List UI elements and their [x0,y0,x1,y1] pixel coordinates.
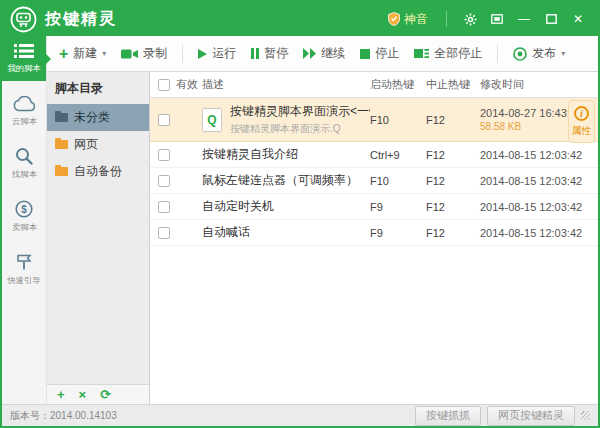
start-hotkey: F10 [370,175,426,187]
svg-text:$: $ [21,204,27,215]
fast-forward-icon [303,48,316,59]
user-account-badge[interactable]: 神音 [388,11,428,28]
modified-time: 2014-08-15 12:03:42 [480,149,598,161]
record-button[interactable]: 录制 [121,45,167,62]
toolbar: + 新建 ▾ 录制 运行 暂停 [47,36,598,72]
titlebar-separator [446,11,447,27]
sidebar-item-label: 云脚本 [12,116,37,128]
stop-icon [360,49,370,59]
refresh-button[interactable]: ⟳ [100,388,111,401]
modified-time: 2014-08-15 12:03:42 [480,201,598,213]
search-icon [15,147,33,165]
publish-button[interactable]: 发布 ▾ [513,45,565,62]
web-anjian-button[interactable]: 网页按键精灵 [487,406,575,426]
content-area: 脚本目录 未分类 网页 自动备份 + × [47,72,598,404]
chevron-down-icon: ▾ [102,49,106,58]
sidebar-item-label: 我的脚本 [7,63,40,75]
run-button[interactable]: 运行 [198,45,236,62]
sidebar-item-find-scripts[interactable]: 找脚本 [2,140,46,187]
script-filename: 按键精灵脚本界面演示.Q [230,122,370,136]
directory-item-uncategorized[interactable]: 未分类 [47,104,149,131]
header-abort-hotkey: 中止热键 [426,77,480,92]
table-row[interactable]: Q 按键精灵脚本界面演示<一键启动> 按键精灵脚本界面演示.Q F10 F12 … [150,98,598,142]
directory-title: 脚本目录 [47,72,149,104]
abort-hotkey: F12 [426,114,480,126]
signpost-icon [15,253,33,271]
row-checkbox[interactable] [158,175,170,187]
row-checkbox[interactable] [158,149,170,161]
select-all-checkbox[interactable] [158,79,170,91]
dollar-icon: $ [15,200,33,218]
script-title: 按键精灵脚本界面演示<一键启动> [230,103,370,120]
camera-record-icon [121,48,138,60]
pause-button[interactable]: 暂停 [251,45,288,62]
script-title: 按键精灵自我介绍 [202,146,298,163]
properties-label: 属性 [572,124,592,138]
app-window: 按键精灵 神音 [0,0,600,428]
user-name: 神音 [404,11,428,28]
sidebar-item-my-scripts[interactable]: 我的脚本 [2,36,46,81]
script-title: 自动喊话 [202,224,250,241]
version-label: 版本号：2014.00.14103 [10,409,117,423]
start-hotkey: F9 [370,227,426,239]
row-checkbox[interactable] [158,201,170,213]
shield-icon [388,12,400,26]
abort-hotkey: F12 [426,227,480,239]
sidebar-item-label: 快速引导 [7,275,40,287]
stop-all-icon [414,48,429,59]
sidebar-item-sell-scripts[interactable]: $ 卖脚本 [2,193,46,240]
stop-all-button[interactable]: 全部停止 [414,45,482,62]
toolbar-separator [182,45,183,63]
sidebar-item-label: 卖脚本 [12,222,37,234]
start-hotkey: Ctrl+9 [370,149,426,161]
row-checkbox[interactable] [158,114,170,126]
skin-box-icon[interactable] [485,8,509,30]
resume-button[interactable]: 继续 [303,45,345,62]
table-row[interactable]: 自动定时关机 F9 F12 2014-08-15 12:03:42 [150,194,598,220]
folder-icon [55,167,68,176]
script-title: 自动定时关机 [202,198,274,215]
row-checkbox[interactable] [158,227,170,239]
q-script-file-icon: Q [202,108,222,132]
close-button[interactable]: ✕ [566,8,590,30]
directory-item-web[interactable]: 网页 [47,131,149,158]
play-icon [198,49,207,59]
abort-hotkey: F12 [426,149,480,161]
table-row[interactable]: 按键精灵自我介绍 Ctrl+9 F12 2014-08-15 12:03:42 [150,142,598,168]
minimize-button[interactable]: — [512,8,536,30]
anjian-zhuazhua-button[interactable]: 按键抓抓 [415,406,481,426]
app-title: 按键精灵 [45,9,117,30]
abort-hotkey: F12 [426,175,480,187]
sidebar-item-quick-guide[interactable]: 快速引导 [2,246,46,293]
script-list-icon [14,43,34,59]
sidebar-item-cloud-scripts[interactable]: 云脚本 [2,89,46,134]
new-script-button[interactable]: + 新建 ▾ [59,45,106,62]
directory-item-autobackup[interactable]: 自动备份 [47,158,149,185]
start-hotkey: F10 [370,114,426,126]
main-column: + 新建 ▾ 录制 运行 暂停 [47,36,598,404]
abort-hotkey: F12 [426,201,480,213]
title-bar: 按键精灵 神音 [2,2,598,36]
header-valid: 有效 [176,77,198,92]
cloud-icon [13,96,35,112]
modified-time: 2014-08-15 12:03:42 [480,175,598,187]
maximize-button[interactable] [539,8,563,30]
properties-tab[interactable]: i 属性 [568,100,595,143]
modified-time: 2014-08-15 12:03:42 [480,227,598,239]
table-row[interactable]: 自动喊话 F9 F12 2014-08-15 12:03:42 [150,220,598,246]
header-description: 描述 [202,77,370,92]
pause-icon [251,48,254,59]
delete-category-button[interactable]: × [79,388,87,401]
app-logo-robot-icon [10,6,37,33]
publish-target-icon [513,47,527,61]
statusbar-buttons: 按键抓抓 网页按键精灵 [409,406,590,426]
add-category-button[interactable]: + [57,388,65,401]
stop-button[interactable]: 停止 [360,45,399,62]
settings-gear-icon[interactable] [458,8,482,30]
plus-icon: + [59,48,68,60]
directory-toolbar: + × ⟳ [47,384,149,404]
table-row[interactable]: 鼠标左键连点器（可调频率） F10 F12 2014-08-15 12:03:4… [150,168,598,194]
header-start-hotkey: 启动热键 [370,77,426,92]
titlebar-controls: 神音 — [388,8,590,30]
resize-grip[interactable] [581,411,590,420]
